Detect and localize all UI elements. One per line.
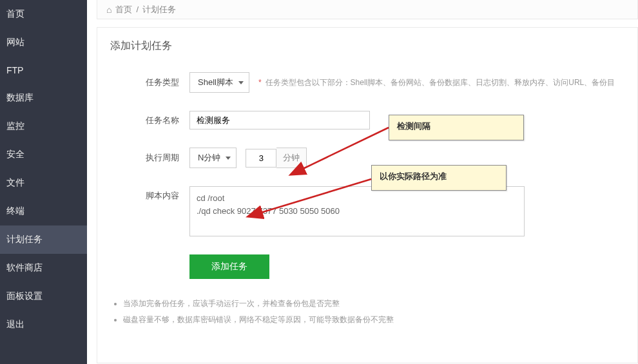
sidebar-item-site[interactable]: 网站 — [0, 28, 87, 57]
period-unit: 分钟 — [276, 148, 307, 168]
breadcrumb-current: 计划任务 — [142, 4, 176, 15]
note-item: 当添加完备份任务，应该手动运行一次，并检查备份包是否完整 — [123, 298, 624, 309]
label-period: 执行周期 — [146, 152, 189, 164]
callout-path: 以你实际路径为准 — [371, 165, 507, 191]
sidebar-item-appstore[interactable]: 软件商店 — [0, 254, 87, 282]
breadcrumb: ⌂ 首页 / 计划任务 — [97, 0, 638, 19]
sidebar-item-monitor[interactable]: 监控 — [0, 112, 87, 140]
page-title: 添加计划任务 — [110, 39, 624, 53]
breadcrumb-sep: / — [136, 5, 139, 14]
label-script: 脚本内容 — [146, 186, 189, 202]
task-type-hint: *任务类型包含以下部分：Shell脚本、备份网站、备份数据库、日志切割、释放内存… — [258, 77, 615, 88]
sidebar: 首页 网站 FTP 数据库 监控 安全 文件 终端 计划任务 软件商店 面板设置… — [0, 0, 87, 364]
chevron-down-icon — [238, 81, 244, 84]
sidebar-item-ftp[interactable]: FTP — [0, 57, 87, 84]
callout-interval: 检测间隔 — [389, 115, 524, 140]
sidebar-item-logout[interactable]: 退出 — [0, 311, 87, 339]
sidebar-item-home[interactable]: 首页 — [0, 0, 87, 28]
sidebar-item-files[interactable]: 文件 — [0, 169, 87, 197]
sidebar-item-database[interactable]: 数据库 — [0, 84, 87, 112]
period-select[interactable]: N分钟 — [189, 148, 237, 168]
breadcrumb-home[interactable]: 首页 — [115, 4, 132, 15]
chevron-down-icon — [226, 157, 231, 160]
label-task-type: 任务类型 — [146, 77, 189, 88]
sidebar-item-cron[interactable]: 计划任务 — [0, 225, 87, 254]
sidebar-item-panel[interactable]: 面板设置 — [0, 282, 87, 311]
sidebar-item-security[interactable]: 安全 — [0, 140, 87, 169]
sidebar-item-terminal[interactable]: 终端 — [0, 197, 87, 225]
label-task-name: 任务名称 — [146, 115, 189, 126]
notes: 当添加完备份任务，应该手动运行一次，并检查备份包是否完整 磁盘容量不够，数据库密… — [110, 298, 624, 325]
script-textarea[interactable] — [189, 186, 525, 236]
period-num-input[interactable] — [246, 149, 276, 168]
home-icon: ⌂ — [106, 5, 111, 15]
note-item: 磁盘容量不够，数据库密码错误，网络不稳定等原因，可能导致数据备份不完整 — [123, 314, 624, 325]
task-type-select[interactable]: Shell脚本 — [189, 72, 249, 93]
main-card: 添加计划任务 任务类型 Shell脚本 *任务类型包含以下部分：Shell脚本、… — [97, 27, 638, 363]
task-name-input[interactable] — [189, 111, 370, 129]
submit-button[interactable]: 添加任务 — [189, 254, 269, 279]
